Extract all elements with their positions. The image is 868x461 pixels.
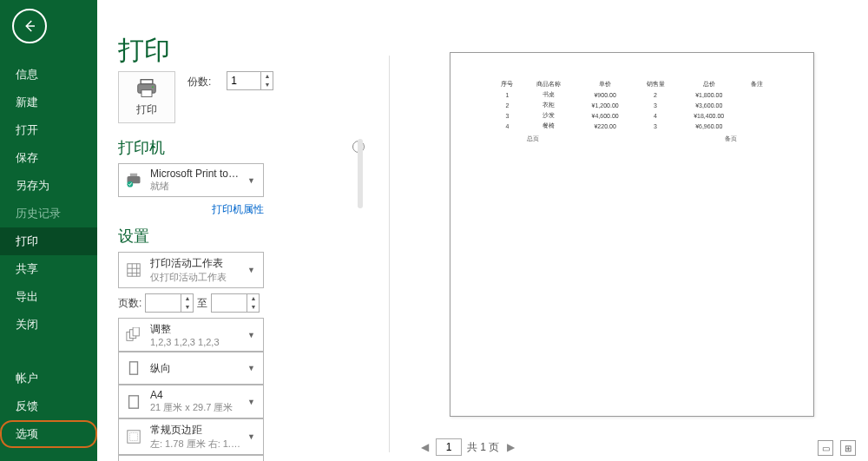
nav-saveas[interactable]: 另存为: [0, 172, 97, 200]
print-settings-pane: 打印 份数: ▲▼ 打印机 i Microsoft Print to PDF 就…: [118, 71, 361, 461]
preview-table: 序号商品名称单价销售量总价备注 1书桌¥900.002¥1,800.002衣柜¥…: [492, 79, 772, 131]
prev-page-button[interactable]: ◀: [418, 441, 431, 453]
printer-name: Microsoft Print to PDF: [150, 168, 240, 180]
orientation-select[interactable]: 纵向 ▼: [118, 352, 264, 385]
copies-up[interactable]: ▲: [261, 72, 273, 81]
nav-history[interactable]: 历史记录: [0, 200, 97, 227]
copies-input[interactable]: [227, 72, 260, 89]
chevron-down-icon: ▼: [247, 364, 258, 372]
nav-info[interactable]: 信息: [0, 61, 97, 89]
copies-label: 份数:: [187, 75, 211, 89]
settings-heading: 设置: [118, 226, 361, 247]
preview-footer-right: 备页: [725, 135, 737, 143]
chevron-down-icon: ▼: [247, 432, 258, 441]
page-total: 共 1 页: [467, 440, 499, 455]
current-page-input[interactable]: [436, 438, 462, 456]
zoom-to-page-button[interactable]: ▭: [818, 440, 833, 456]
copies-spinner[interactable]: ▲▼: [227, 71, 273, 90]
nav-export[interactable]: 导出: [0, 283, 97, 311]
svg-rect-26: [128, 431, 140, 443]
collate-icon: [125, 327, 142, 343]
page-from-input[interactable]: [146, 294, 181, 312]
svg-point-12: [152, 86, 154, 88]
scrollbar[interactable]: [358, 139, 363, 208]
next-page-button[interactable]: ▶: [504, 441, 516, 453]
scaling-select[interactable]: 100 无缩放 打印实际大小的工作表 ▼: [118, 455, 264, 461]
back-button[interactable]: [12, 9, 47, 43]
svg-rect-25: [129, 395, 139, 407]
preview-footer-left: 总页: [527, 135, 539, 143]
page-from-spinner[interactable]: ▲▼: [145, 293, 194, 313]
print-scope-select[interactable]: 打印活动工作表 仅打印活动工作表 ▼: [118, 252, 264, 288]
svg-rect-14: [130, 173, 137, 175]
portrait-icon: [125, 360, 142, 376]
table-row: 3沙发¥4,600.004¥18,400.00: [492, 110, 772, 121]
margins-icon: [125, 429, 142, 445]
svg-rect-24: [130, 362, 138, 374]
sheet-icon: [125, 262, 142, 278]
nav-options[interactable]: 选项: [0, 420, 97, 448]
printer-select[interactable]: Microsoft Print to PDF 就绪 ▼: [118, 163, 264, 197]
pages-label: 页数:: [118, 296, 141, 311]
page-to-spinner[interactable]: ▲▼: [211, 293, 260, 313]
main-area: 打印 打印 份数: ▲▼ 打印机 i: [97, 0, 868, 461]
page-to-input[interactable]: [212, 294, 247, 312]
print-preview: 序号商品名称单价销售量总价备注 1书桌¥900.002¥1,800.002衣柜¥…: [410, 52, 854, 435]
paper-size-select[interactable]: A4 21 厘米 x 29.7 厘米 ▼: [118, 385, 264, 418]
printer-properties-link[interactable]: 打印机属性: [118, 202, 264, 217]
margins-select[interactable]: 常规页边距 左: 1.78 厘米 右: 1.7… ▼: [118, 418, 264, 455]
table-row: 4餐椅¥220.003¥6,960.00: [492, 121, 772, 131]
pane-divider: [389, 56, 390, 452]
svg-rect-23: [133, 327, 139, 336]
nav-print[interactable]: 打印: [0, 227, 97, 255]
nav-close[interactable]: 关闭: [0, 311, 97, 339]
chevron-down-icon: ▼: [247, 176, 258, 185]
print-button-label: 打印: [136, 102, 157, 117]
svg-rect-16: [128, 264, 140, 276]
table-row: 2衣柜¥1,200.003¥3,600.00: [492, 100, 772, 110]
chevron-down-icon: ▼: [247, 398, 258, 406]
arrow-left-icon: [22, 18, 37, 34]
printer-heading: 打印机: [118, 137, 361, 158]
nav-save[interactable]: 保存: [0, 144, 97, 172]
nav-share[interactable]: 共享: [0, 255, 97, 283]
nav-new[interactable]: 新建: [0, 89, 97, 116]
svg-rect-11: [141, 89, 152, 96]
table-row: 1书桌¥900.002¥1,800.00: [492, 89, 772, 100]
chevron-down-icon: ▼: [247, 266, 258, 274]
nav-feedback[interactable]: 反馈: [0, 392, 97, 420]
chevron-down-icon: ▼: [247, 331, 258, 339]
print-button[interactable]: 打印: [118, 71, 175, 123]
svg-rect-27: [130, 433, 138, 441]
printer-status-icon: [125, 173, 142, 188]
page-navigator: ◀ 共 1 页 ▶: [418, 438, 516, 456]
backstage-sidebar: 信息 新建 打开 保存 另存为 历史记录 打印 共享 导出 关闭 帐户 反馈 选…: [0, 0, 97, 461]
nav-open[interactable]: 打开: [0, 116, 97, 144]
show-margins-button[interactable]: ⊞: [840, 440, 856, 456]
svg-rect-9: [141, 79, 153, 83]
nav-account[interactable]: 帐户: [0, 365, 97, 392]
pages-to-label: 至: [197, 296, 207, 311]
copies-down[interactable]: ▼: [261, 81, 273, 89]
page-preview: 序号商品名称单价销售量总价备注 1书桌¥900.002¥1,800.002衣柜¥…: [450, 52, 814, 417]
page-icon: [125, 394, 142, 410]
printer-status: 就绪: [150, 180, 240, 193]
collate-select[interactable]: 调整 1,2,3 1,2,3 1,2,3 ▼: [118, 318, 264, 352]
printer-icon: [135, 78, 159, 99]
